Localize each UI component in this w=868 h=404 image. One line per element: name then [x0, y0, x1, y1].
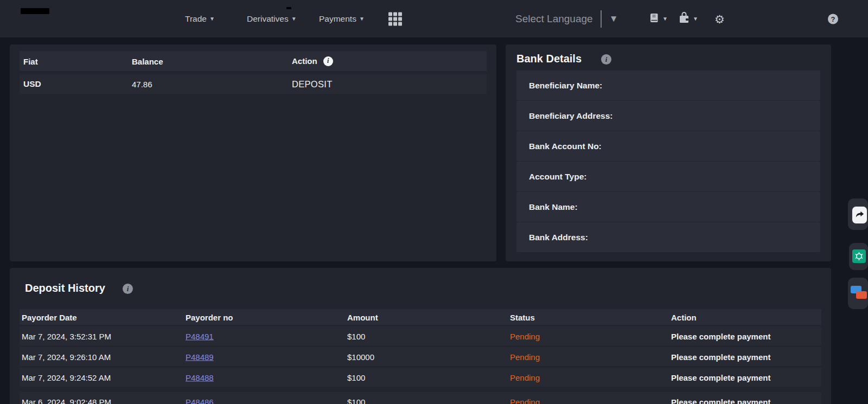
payorder-date: Mar 6, 2024, 9:02:48 PM: [22, 397, 111, 404]
deposit-history-header: Payorder Date Payorder no Amount Status …: [20, 309, 821, 325]
status-header: Status: [510, 312, 535, 322]
share-arrow-icon: [854, 210, 865, 220]
bank-field-label: Bank Name:: [529, 202, 578, 212]
payorder-date: Mar 7, 2024, 9:26:10 AM: [22, 352, 111, 361]
deposit-history-info-icon[interactable]: i: [123, 284, 133, 294]
bank-field-row: Bank Account No:: [516, 131, 820, 161]
nav-menu-payments-label: Payments: [319, 14, 356, 24]
status-badge: Pending: [510, 397, 540, 404]
deposit-action-link[interactable]: DEPOSIT: [292, 79, 333, 89]
top-navbar: Trade ▼ Derivatives ▼ Payments ▼ Select …: [0, 0, 868, 37]
bank-field-label: Beneficiary Name:: [529, 81, 602, 91]
wallet-button[interactable]: ▼: [678, 11, 698, 27]
payorder-link[interactable]: P48491: [186, 331, 214, 341]
help-icon: ?: [828, 14, 838, 24]
action-message: Please complete payment: [671, 331, 770, 341]
chatgpt-extension-button[interactable]: [852, 249, 866, 263]
fiat-currency: USD: [23, 79, 41, 89]
deposit-history-row: Mar 7, 2024, 9:24:52 AM P48488 $100 Pend…: [20, 368, 821, 387]
chat-bubble-red-icon: [856, 291, 867, 299]
action-column-header: Action i: [292, 56, 333, 66]
deposit-history-row: Mar 6, 2024, 9:02:48 PM P48486 $100 Pend…: [20, 392, 821, 404]
status-badge: Pending: [510, 373, 540, 382]
amount-value: $100: [347, 397, 365, 404]
bank-details-fields: Beneficiary Name: Beneficiary Address: B…: [516, 70, 820, 253]
amount-value: $10000: [347, 352, 374, 361]
deposit-history-row: Mar 7, 2024, 3:52:31 PM P48491 $100 Pend…: [20, 326, 821, 345]
action-message: Please complete payment: [671, 373, 770, 382]
bank-field-row: Beneficiary Address:: [516, 101, 820, 131]
chevron-down-icon: ▼: [693, 16, 698, 22]
gear-icon: ⚙: [714, 13, 725, 24]
fiat-table-row: USD 47.86 DEPOSIT: [20, 74, 487, 94]
chatgpt-logo-icon: [854, 252, 864, 261]
bank-field-label: Bank Account No:: [529, 142, 602, 151]
payorder-no-header: Payorder no: [186, 312, 233, 322]
bank-field-row: Bank Address:: [516, 222, 820, 252]
nav-menu-trade[interactable]: Trade ▼: [185, 14, 215, 24]
deposit-history-title: Deposit History: [25, 282, 105, 294]
language-selector-label: Select Language: [515, 13, 593, 25]
payorder-date: Mar 7, 2024, 3:52:31 PM: [22, 331, 111, 341]
fiat-balance-panel: Fiat Balance Action i USD 47.86 DEPOSIT: [10, 44, 496, 261]
payorder-link[interactable]: P48486: [186, 397, 214, 404]
bank-field-label: Account Type:: [529, 172, 587, 182]
action-message: Please complete payment: [671, 397, 770, 404]
chat-extension-button[interactable]: [851, 286, 868, 303]
help-button[interactable]: ?: [828, 14, 838, 24]
action-header: Action: [671, 312, 697, 322]
chevron-down-icon: ▼: [209, 16, 215, 22]
apps-grid-icon[interactable]: [388, 12, 402, 25]
bank-details-panel: Bank Details i Beneficiary Name: Benefic…: [506, 44, 831, 261]
fiat-column-header: Fiat: [23, 56, 38, 66]
divider: [601, 10, 602, 28]
bank-field-row: Beneficiary Name:: [516, 70, 820, 100]
payorder-link[interactable]: P48488: [186, 373, 214, 382]
triangle-down-icon: ▼: [609, 14, 618, 23]
settings-button[interactable]: ⚙: [714, 13, 725, 24]
share-button[interactable]: [852, 206, 867, 224]
payorder-date: Mar 7, 2024, 9:24:52 AM: [22, 373, 111, 382]
redacted-mark: [286, 7, 291, 9]
chevron-down-icon: ▼: [662, 16, 668, 22]
bank-field-label: Bank Address:: [529, 233, 588, 242]
deposit-history-row: Mar 7, 2024, 9:26:10 AM P48489 $10000 Pe…: [20, 347, 821, 366]
nav-menu-trade-label: Trade: [185, 14, 207, 24]
chevron-down-icon: ▼: [359, 16, 365, 22]
status-badge: Pending: [510, 352, 540, 361]
bank-details-title: Bank Details: [516, 53, 582, 65]
deposit-history-panel: Deposit History i Payorder Date Payorder…: [10, 268, 831, 404]
chevron-down-icon: ▼: [291, 16, 297, 22]
redacted-logo: [21, 8, 49, 14]
amount-value: $100: [347, 331, 365, 341]
action-message: Please complete payment: [671, 352, 770, 361]
nav-menu-derivatives[interactable]: Derivatives ▼: [247, 14, 297, 24]
fiat-table-header: Fiat Balance Action i: [20, 51, 487, 71]
orders-book-icon: [649, 12, 660, 25]
payorder-date-header: Payorder Date: [22, 312, 77, 322]
action-info-icon[interactable]: i: [323, 56, 333, 66]
nav-menu-derivatives-label: Derivatives: [247, 14, 289, 24]
nav-menu-payments[interactable]: Payments ▼: [319, 14, 365, 24]
bank-field-row: Account Type:: [516, 162, 820, 191]
bank-details-info-icon[interactable]: i: [601, 54, 611, 65]
payorder-link[interactable]: P48489: [186, 352, 214, 361]
bank-field-label: Beneficiary Address:: [529, 111, 613, 121]
status-badge: Pending: [510, 331, 540, 341]
amount-value: $100: [347, 373, 365, 382]
wallet-lock-icon: [678, 11, 690, 27]
amount-header: Amount: [347, 312, 378, 322]
fiat-balance-value: 47.86: [132, 80, 152, 89]
orders-book-button[interactable]: ▼: [649, 12, 668, 25]
bank-field-row: Bank Name:: [516, 192, 820, 222]
language-selector[interactable]: Select Language ▼: [515, 10, 618, 28]
balance-column-header: Balance: [132, 56, 163, 66]
